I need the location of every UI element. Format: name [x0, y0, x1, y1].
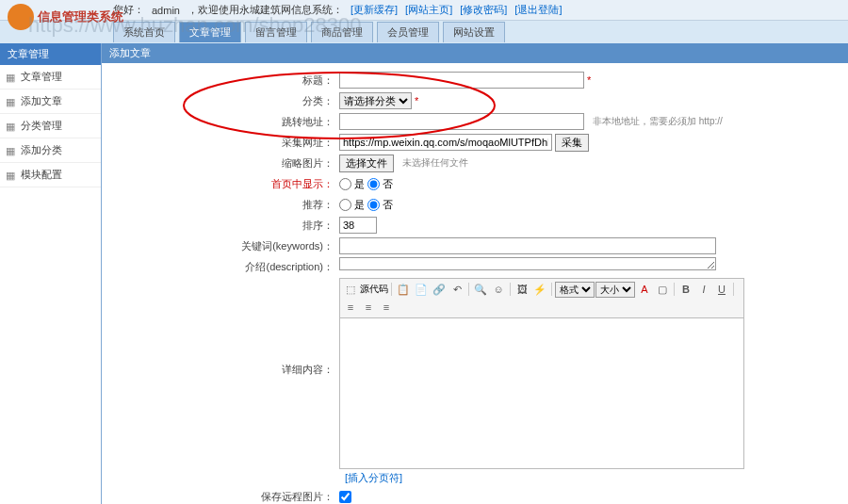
save-remote-label: 保存远程图片：	[102, 490, 339, 504]
paste-icon[interactable]: 📋	[395, 281, 412, 298]
main-tabs: 系统首页 文章管理 留言管理 商品管理 会员管理 网站设置	[113, 22, 505, 42]
align-right-icon[interactable]: ≡	[378, 299, 395, 316]
link-icon[interactable]: 🔗	[431, 281, 448, 298]
color-icon[interactable]: A	[636, 281, 653, 298]
clear-cache-link[interactable]: [更新缓存]	[351, 3, 398, 17]
sidebar-head: 文章管理	[0, 43, 101, 65]
insert-pagebreak-link[interactable]: [插入分页符]	[345, 471, 848, 485]
required-mark: *	[415, 95, 418, 106]
editor-toolbar: ⬚源代码 📋 📄 🔗 ↶ 🔍 ☺ 🖼 ⚡ 格式	[339, 278, 744, 318]
document-icon: ▦	[6, 121, 17, 132]
copy-icon[interactable]: 📄	[413, 281, 430, 298]
size-select[interactable]: 大小	[595, 282, 635, 298]
sidebar-item-add-article[interactable]: ▦添加文章	[0, 89, 101, 114]
content-label: 详细内容：	[102, 278, 339, 377]
tab-members[interactable]: 会员管理	[377, 22, 439, 42]
document-icon: ▦	[6, 96, 17, 107]
align-center-icon[interactable]: ≡	[360, 299, 377, 316]
redirect-label: 跳转地址：	[102, 115, 339, 129]
description-textarea[interactable]	[339, 257, 716, 270]
topbar: 您好： admin ，欢迎使用永城建筑网信息系统： [更新缓存] [网站主页] …	[0, 0, 848, 21]
homeshow-no-radio[interactable]	[367, 178, 380, 190]
source-code-button[interactable]: ⬚	[342, 281, 359, 298]
category-label: 分类：	[102, 94, 339, 108]
capture-label: 采集网址：	[102, 136, 339, 150]
header: 信息管理类系统 系统首页 文章管理 留言管理 商品管理 会员管理 网站设置	[0, 21, 848, 43]
document-icon: ▦	[6, 145, 17, 156]
save-remote-checkbox[interactable]	[339, 491, 351, 503]
document-icon: ▦	[6, 170, 17, 181]
category-select[interactable]: 请选择分类	[339, 92, 412, 109]
content-editor[interactable]	[339, 318, 744, 469]
flash-icon[interactable]: ⚡	[531, 281, 548, 298]
sidebar-item-category-manage[interactable]: ▦分类管理	[0, 114, 101, 138]
change-password-link[interactable]: [修改密码]	[460, 3, 507, 17]
sort-label: 排序：	[102, 219, 339, 233]
undo-icon[interactable]: ↶	[448, 281, 465, 298]
title-label: 标题：	[102, 73, 339, 88]
bold-icon[interactable]: B	[677, 281, 694, 298]
align-left-icon[interactable]: ≡	[342, 299, 359, 316]
keywords-label: 关键词(keywords)：	[102, 239, 339, 253]
tab-settings[interactable]: 网站设置	[443, 22, 505, 42]
file-choose-button[interactable]: 选择文件	[339, 154, 394, 172]
tab-messages[interactable]: 留言管理	[245, 22, 307, 42]
thumb-label: 缩略图片：	[102, 156, 339, 171]
format-select[interactable]: 格式	[555, 282, 595, 298]
logout-link[interactable]: [退出登陆]	[514, 3, 562, 17]
article-form: 标题： * 分类： 请选择分类 * 跳转地址： 非本地地址，需要必须加 http…	[102, 63, 848, 504]
keywords-input[interactable]	[339, 237, 716, 254]
logo: 信息管理类系统	[8, 4, 123, 30]
image-icon[interactable]: 🖼	[514, 281, 530, 298]
bgcolor-icon[interactable]: ▢	[654, 281, 671, 298]
homeshow-yes-radio[interactable]	[339, 178, 351, 190]
redirect-input[interactable]	[339, 113, 584, 130]
smile-icon[interactable]: ☺	[490, 281, 507, 298]
capture-url-input[interactable]	[339, 134, 552, 151]
title-input[interactable]	[339, 72, 584, 89]
recommend-yes-radio[interactable]	[339, 199, 351, 211]
document-icon: ▦	[6, 72, 17, 83]
redirect-hint: 非本地地址，需要必须加 http://	[593, 115, 723, 128]
required-mark: *	[587, 74, 591, 86]
sidebar-item-module-config[interactable]: ▦模块配置	[0, 163, 101, 187]
main-content: 添加文章 标题： * 分类： 请选择分类 * 跳转地址： 非本地地址，需要必须加…	[102, 43, 848, 504]
recommend-no-radio[interactable]	[367, 199, 380, 211]
sidebar-item-article-manage[interactable]: ▦文章管理	[0, 65, 101, 89]
homeshow-label: 首页中显示：	[102, 177, 339, 191]
system-name: 信息管理类系统	[38, 8, 123, 25]
current-user: admin	[152, 5, 180, 16]
section-title: 添加文章	[102, 43, 848, 63]
capture-button[interactable]: 采集	[555, 134, 589, 152]
sidebar-item-add-category[interactable]: ▦添加分类	[0, 138, 101, 163]
greeting-suffix: ，欢迎使用永城建筑网信息系统：	[188, 3, 343, 17]
tab-articles[interactable]: 文章管理	[179, 22, 241, 42]
file-status: 未选择任何文件	[402, 156, 468, 170]
recommend-label: 推荐：	[102, 198, 339, 212]
sort-input[interactable]	[339, 217, 377, 234]
description-label: 介绍(description)：	[102, 257, 339, 274]
underline-icon[interactable]: U	[713, 281, 730, 298]
site-home-link[interactable]: [网站主页]	[405, 3, 452, 17]
logo-icon	[8, 4, 34, 30]
italic-icon[interactable]: I	[695, 281, 712, 298]
sidebar: 文章管理 ▦文章管理 ▦添加文章 ▦分类管理 ▦添加分类 ▦模块配置	[0, 43, 102, 504]
tab-products[interactable]: 商品管理	[311, 22, 373, 42]
find-icon[interactable]: 🔍	[472, 281, 489, 298]
